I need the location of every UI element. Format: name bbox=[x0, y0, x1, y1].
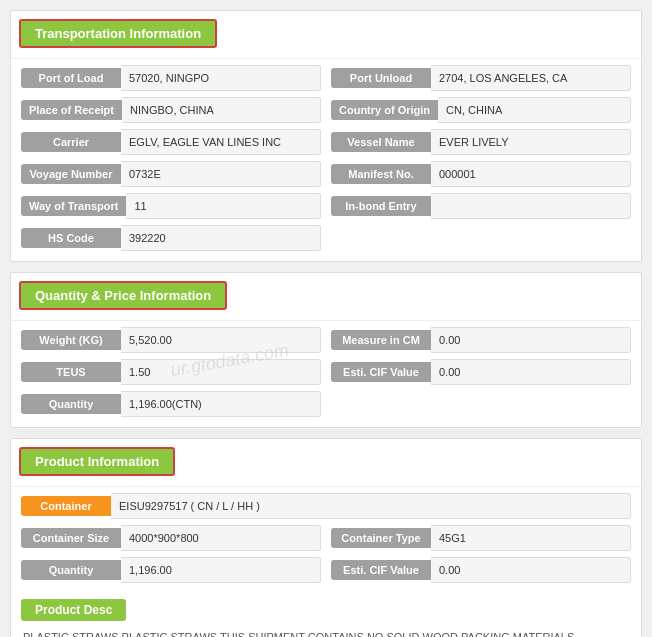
field-value-teus: 1.50 bbox=[121, 359, 321, 385]
field-label-esti-cif-value-qty: Esti. CIF Value bbox=[331, 362, 431, 382]
field-value-port-unload: 2704, LOS ANGELES, CA bbox=[431, 65, 631, 91]
field-value-container-type: 45G1 bbox=[431, 525, 631, 551]
field-container-type: Container Type 45G1 bbox=[331, 525, 631, 551]
transportation-header-wrapper: Transportation Information bbox=[11, 11, 641, 59]
field-container-size: Container Size 4000*900*800 bbox=[21, 525, 321, 551]
field-voyage-number: Voyage Number 0732E bbox=[21, 161, 321, 187]
field-label-quantity-qty: Quantity bbox=[21, 394, 121, 414]
field-container: Container EISU9297517 ( CN / L / HH ) bbox=[21, 493, 631, 519]
product-desc-text: PLASTIC STRAWS PLASTIC STRAWS THIS SHIPM… bbox=[11, 625, 641, 637]
field-quantity-product: Quantity 1,196.00 bbox=[21, 557, 321, 583]
quantity-header: Quantity & Price Information bbox=[19, 281, 227, 310]
product-header-wrapper: Product Information bbox=[11, 439, 641, 487]
field-value-measure-in-cm: 0.00 bbox=[431, 327, 631, 353]
field-label-voyage-number: Voyage Number bbox=[21, 164, 121, 184]
field-label-place-of-receipt: Place of Receipt bbox=[21, 100, 122, 120]
field-measure-in-cm: Measure in CM 0.00 bbox=[331, 327, 631, 353]
field-port-of-load: Port of Load 57020, NINGPO bbox=[21, 65, 321, 91]
field-place-of-receipt: Place of Receipt NINGBO, CHINA bbox=[21, 97, 321, 123]
field-label-container-size: Container Size bbox=[21, 528, 121, 548]
product-fields: Container Size 4000*900*800 Container Ty… bbox=[11, 523, 641, 593]
field-value-country-of-origin: CN, CHINA bbox=[438, 97, 631, 123]
field-label-port-unload: Port Unload bbox=[331, 68, 431, 88]
quantity-section: Quantity & Price Information Weight (KG)… bbox=[10, 272, 642, 428]
field-weight: Weight (KG) 5,520.00 bbox=[21, 327, 321, 353]
field-value-place-of-receipt: NINGBO, CHINA bbox=[122, 97, 321, 123]
field-label-inbond-entry: In-bond Entry bbox=[331, 196, 431, 216]
field-value-inbond-entry bbox=[431, 193, 631, 219]
field-esti-cif-value-qty: Esti. CIF Value 0.00 bbox=[331, 359, 631, 385]
product-header: Product Information bbox=[19, 447, 175, 476]
field-label-carrier: Carrier bbox=[21, 132, 121, 152]
field-port-unload: Port Unload 2704, LOS ANGELES, CA bbox=[331, 65, 631, 91]
field-label-weight: Weight (KG) bbox=[21, 330, 121, 350]
field-inbond-entry: In-bond Entry bbox=[331, 193, 631, 219]
field-value-manifest-no: 000001 bbox=[431, 161, 631, 187]
field-way-of-transport: Way of Transport 11 bbox=[21, 193, 321, 219]
field-label-vessel-name: Vessel Name bbox=[331, 132, 431, 152]
field-quantity-qty: Quantity 1,196.00(CTN) bbox=[21, 391, 321, 417]
field-value-esti-cif-value-qty: 0.00 bbox=[431, 359, 631, 385]
field-value-port-of-load: 57020, NINGPO bbox=[121, 65, 321, 91]
field-value-way-of-transport: 11 bbox=[126, 193, 321, 219]
field-esti-cif-value-product: Esti. CIF Value 0.00 bbox=[331, 557, 631, 583]
field-carrier: Carrier EGLV, EAGLE VAN LINES INC bbox=[21, 129, 321, 155]
field-label-measure-in-cm: Measure in CM bbox=[331, 330, 431, 350]
field-manifest-no: Manifest No. 000001 bbox=[331, 161, 631, 187]
field-label-teus: TEUS bbox=[21, 362, 121, 382]
field-country-of-origin: Country of Origin CN, CHINA bbox=[331, 97, 631, 123]
product-section: Product Information Container EISU929751… bbox=[10, 438, 642, 637]
field-value-carrier: EGLV, EAGLE VAN LINES INC bbox=[121, 129, 321, 155]
field-vessel-name: Vessel Name EVER LIVELY bbox=[331, 129, 631, 155]
field-value-voyage-number: 0732E bbox=[121, 161, 321, 187]
field-label-port-of-load: Port of Load bbox=[21, 68, 121, 88]
field-label-country-of-origin: Country of Origin bbox=[331, 100, 438, 120]
field-qty-empty bbox=[331, 391, 631, 417]
field-label-manifest-no: Manifest No. bbox=[331, 164, 431, 184]
field-label-way-of-transport: Way of Transport bbox=[21, 196, 126, 216]
transportation-section: Transportation Information Port of Load … bbox=[10, 10, 642, 262]
field-value-esti-cif-value-product: 0.00 bbox=[431, 557, 631, 583]
field-value-hs-code: 392220 bbox=[121, 225, 321, 251]
container-row-wrapper: Container EISU9297517 ( CN / L / HH ) bbox=[11, 487, 641, 523]
field-value-container: EISU9297517 ( CN / L / HH ) bbox=[111, 493, 631, 519]
field-label-hs-code: HS Code bbox=[21, 228, 121, 248]
product-desc-button[interactable]: Product Desc bbox=[21, 599, 126, 621]
transportation-header: Transportation Information bbox=[19, 19, 217, 48]
field-hs-code: HS Code 392220 bbox=[21, 225, 321, 251]
field-value-vessel-name: EVER LIVELY bbox=[431, 129, 631, 155]
field-value-container-size: 4000*900*800 bbox=[121, 525, 321, 551]
field-label-container-type: Container Type bbox=[331, 528, 431, 548]
quantity-fields: Weight (KG) 5,520.00 Measure in CM 0.00 … bbox=[11, 321, 641, 427]
field-teus: TEUS 1.50 bbox=[21, 359, 321, 385]
field-value-quantity-product: 1,196.00 bbox=[121, 557, 321, 583]
field-label-container: Container bbox=[21, 496, 111, 516]
product-desc-section: Product Desc PLASTIC STRAWS PLASTIC STRA… bbox=[11, 593, 641, 637]
field-transport-empty bbox=[331, 225, 631, 251]
field-value-quantity-qty: 1,196.00(CTN) bbox=[121, 391, 321, 417]
quantity-header-wrapper: Quantity & Price Information bbox=[11, 273, 641, 321]
field-label-quantity-product: Quantity bbox=[21, 560, 121, 580]
field-label-esti-cif-value-product: Esti. CIF Value bbox=[331, 560, 431, 580]
field-value-weight: 5,520.00 bbox=[121, 327, 321, 353]
transportation-fields: Port of Load 57020, NINGPO Port Unload 2… bbox=[11, 59, 641, 261]
